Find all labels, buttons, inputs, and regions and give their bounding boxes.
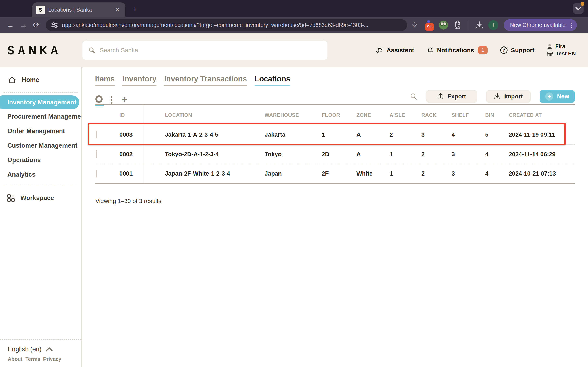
tab-locations[interactable]: Locations bbox=[255, 75, 290, 86]
browser-tab[interactable]: S Locations | Sanka ✕ bbox=[32, 2, 125, 17]
notifications-label: Notifications bbox=[437, 47, 474, 54]
language-selector[interactable]: English (en) bbox=[8, 346, 81, 353]
search-icon bbox=[89, 47, 95, 53]
notifications-count-badge: 1 bbox=[478, 46, 488, 54]
sidebar-item-workspace[interactable]: Workspace bbox=[0, 185, 81, 211]
main-content: Items Inventory Inventory Transactions L… bbox=[82, 67, 588, 367]
tab-inventory-transactions[interactable]: Inventory Transactions bbox=[164, 75, 247, 86]
export-button[interactable]: Export bbox=[426, 90, 477, 103]
sidebar-item-order-management[interactable]: Order Management bbox=[0, 124, 81, 138]
browser-window: S Locations | Sanka ✕ + ← → ⟳ app.sanka.… bbox=[0, 0, 588, 367]
row-checkbox[interactable] bbox=[96, 131, 97, 138]
badge-count: 9+ bbox=[425, 23, 434, 31]
search-placeholder: Search Sanka bbox=[100, 47, 138, 54]
tab-items[interactable]: Items bbox=[95, 75, 115, 86]
export-label: Export bbox=[447, 93, 466, 100]
view-circle-icon[interactable] bbox=[95, 95, 103, 103]
user-menu[interactable]: Fira Test EN bbox=[546, 43, 576, 57]
tab-search-button[interactable] bbox=[573, 3, 584, 14]
col-location[interactable]: LOCATION bbox=[144, 105, 265, 125]
add-view-button[interactable]: + bbox=[121, 94, 127, 105]
table-header-row: ID LOCATION WAREHOUSE FLOOR ZONE AISLE R… bbox=[95, 105, 575, 125]
header-actions: Assistant Notifications 1 ? Support bbox=[375, 43, 576, 57]
list-toolbar: + Export bbox=[95, 90, 575, 104]
back-button[interactable]: ← bbox=[4, 21, 17, 30]
col-rack[interactable]: RACK bbox=[421, 112, 452, 118]
view-options-icon[interactable] bbox=[111, 96, 112, 104]
table-row[interactable]: 0003 Jakarta-1-A-2-3-4-5 Jakarta 1 A 2 3… bbox=[95, 125, 575, 144]
home-icon bbox=[8, 76, 16, 84]
profile-avatar[interactable]: I bbox=[488, 20, 498, 30]
new-label: New bbox=[557, 93, 569, 100]
row-checkbox[interactable] bbox=[96, 170, 97, 177]
address-bar[interactable]: app.sanka.io/modules/inventorymanagement… bbox=[46, 19, 407, 31]
bookmark-star-icon[interactable]: ☆ bbox=[411, 21, 418, 29]
col-created-at[interactable]: CREATED AT bbox=[509, 112, 575, 118]
about-link[interactable]: About bbox=[8, 356, 22, 362]
assistant-button[interactable]: Assistant bbox=[375, 46, 414, 54]
support-button[interactable]: ? Support bbox=[500, 46, 534, 54]
tab-close-icon[interactable]: ✕ bbox=[114, 6, 121, 13]
import-label: Import bbox=[504, 93, 523, 100]
chrome-update-button[interactable]: New Chrome available bbox=[504, 19, 577, 31]
assistant-label: Assistant bbox=[387, 47, 414, 54]
sidebar-item-analytics[interactable]: Analytics bbox=[0, 167, 81, 182]
import-button[interactable]: Import bbox=[486, 90, 531, 103]
chevron-up-icon bbox=[45, 347, 53, 351]
col-floor[interactable]: FLOOR bbox=[322, 112, 356, 118]
browser-tabstrip: S Locations | Sanka ✕ + bbox=[0, 0, 588, 17]
terms-link[interactable]: Terms bbox=[25, 356, 40, 362]
col-warehouse[interactable]: WAREHOUSE bbox=[265, 112, 322, 118]
update-dot bbox=[581, 2, 584, 6]
sidebar-footer: English (en) About Terms Privacy bbox=[0, 340, 81, 367]
table-row[interactable]: 0001 Japan-2F-White-1-2-3-4 Japan 2F Whi… bbox=[95, 164, 575, 183]
sidebar-home-label: Home bbox=[22, 76, 39, 83]
new-button[interactable]: + New bbox=[540, 90, 575, 103]
col-bin[interactable]: BIN bbox=[485, 112, 509, 118]
browser-toolbar: ← → ⟳ app.sanka.io/modules/inventorymana… bbox=[0, 17, 588, 33]
col-id[interactable]: ID bbox=[120, 112, 144, 118]
workspace-name: Test EN bbox=[555, 50, 576, 57]
sidebar-item-operations[interactable]: Operations bbox=[0, 153, 81, 167]
export-icon bbox=[437, 93, 444, 100]
table-row[interactable]: 0002 Tokyo-2D-A-1-2-3-4 Tokyo 2D A 1 2 3… bbox=[95, 144, 575, 164]
active-view-indicator bbox=[95, 105, 104, 106]
url-text: app.sanka.io/modules/inventorymanagement… bbox=[62, 22, 369, 28]
reload-button[interactable]: ⟳ bbox=[30, 21, 43, 30]
workspace-grid-icon bbox=[7, 193, 16, 202]
sidebar-item-customer-management[interactable]: Customer Management bbox=[0, 138, 81, 153]
row-checkbox[interactable] bbox=[96, 150, 97, 158]
global-search-input[interactable]: Search Sanka bbox=[82, 41, 328, 60]
sidebar-item-home[interactable]: Home bbox=[0, 67, 81, 92]
col-zone[interactable]: ZONE bbox=[356, 112, 389, 118]
user-icon bbox=[546, 44, 553, 50]
extension-badge-icon[interactable]: ✺ 9+ bbox=[425, 20, 434, 31]
toolbar-divider bbox=[468, 21, 468, 30]
new-tab-button[interactable]: + bbox=[132, 4, 138, 13]
notifications-button[interactable]: Notifications 1 bbox=[426, 46, 488, 54]
sidebar: Home Inventory Management Procurement Ma… bbox=[0, 67, 82, 367]
results-count: Viewing 1–30 of 3 results bbox=[95, 198, 162, 205]
extension-avatar-icon[interactable] bbox=[439, 21, 448, 30]
site-favicon: S bbox=[36, 6, 44, 14]
workspace-store-icon bbox=[546, 51, 553, 57]
sidebar-divider bbox=[4, 92, 78, 92]
sidebar-item-inventory-management[interactable]: Inventory Management bbox=[0, 95, 79, 109]
col-aisle[interactable]: AISLE bbox=[389, 112, 421, 118]
user-name: Fira bbox=[555, 43, 565, 50]
col-shelf[interactable]: SHELF bbox=[452, 112, 485, 118]
tab-inventory[interactable]: Inventory bbox=[122, 75, 156, 86]
browser-menu-icon[interactable] bbox=[569, 21, 574, 29]
workspace-label: Workspace bbox=[20, 194, 54, 202]
app-header: SANKA Search Sanka Assistant bbox=[0, 33, 588, 67]
downloads-icon[interactable] bbox=[475, 21, 484, 29]
site-settings-icon[interactable] bbox=[51, 22, 58, 29]
bell-icon bbox=[426, 46, 434, 54]
svg-text:?: ? bbox=[503, 48, 505, 52]
table-search-icon[interactable] bbox=[410, 93, 417, 100]
forward-button[interactable]: → bbox=[17, 21, 30, 30]
extensions-row: ✺ 9+ I bbox=[425, 20, 498, 31]
extensions-puzzle-icon[interactable] bbox=[453, 21, 461, 30]
privacy-link[interactable]: Privacy bbox=[43, 356, 61, 362]
sidebar-item-procurement-management[interactable]: Procurement Management bbox=[0, 109, 81, 124]
